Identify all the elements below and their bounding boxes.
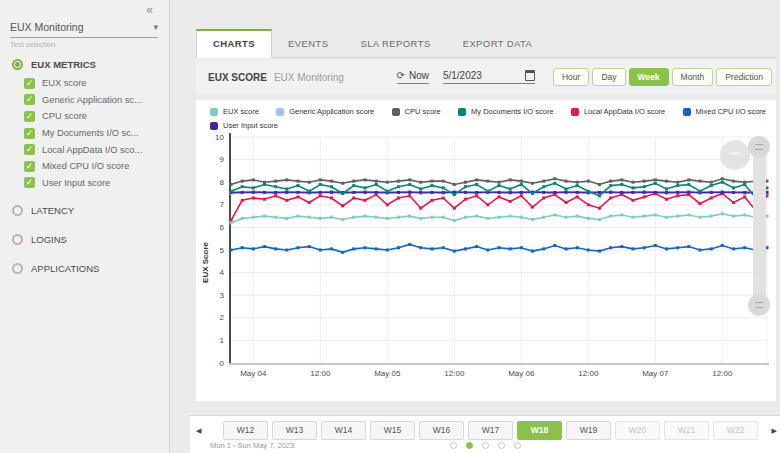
week-button-w19[interactable]: W19 (566, 421, 611, 440)
sidebar-group-logins[interactable]: LOGINS (12, 228, 165, 250)
week-button-w13[interactable]: W13 (272, 421, 317, 440)
sidebar-group-eux-metrics[interactable]: EUX METRICS (12, 56, 165, 72)
metric-item-generic-application-sc[interactable]: ✓Generic Application sc... (24, 92, 165, 109)
range-button-prediction[interactable]: Prediction (716, 68, 772, 86)
metric-item-my-documents-i-o-sc[interactable]: ✓My Documents I/O sc... (24, 125, 165, 142)
y-tick-label: 10 (204, 133, 224, 142)
legend-swatch (392, 108, 400, 116)
metric-item-user-input-score[interactable]: ✓User Input score (24, 175, 165, 192)
checkbox-checked-icon: ✓ (24, 177, 35, 188)
tab-sla-reports[interactable]: SLA REPORTS (344, 31, 446, 57)
range-button-week[interactable]: Week (629, 68, 669, 86)
pagination-dot-5[interactable] (514, 442, 521, 449)
prev-week-page-arrow[interactable]: ◀ (196, 427, 201, 435)
legend-item-eux-score[interactable]: EUX score (210, 107, 259, 116)
chart-header: EUX SCORE EUX Monitoring ⟳ Now 5/1/2023 … (196, 60, 776, 94)
test-selector-dropdown[interactable]: EUX Monitoring ▾ (10, 21, 158, 38)
legend-swatch (210, 108, 218, 116)
date-input[interactable]: 5/1/2023 (443, 70, 535, 84)
y-tick-label: 1 (204, 336, 224, 345)
slider-handle-bottom[interactable] (748, 294, 770, 316)
radio-icon (12, 59, 23, 70)
pagination-dot-4[interactable] (498, 442, 505, 449)
sidebar-collapse-icon[interactable]: « (146, 3, 153, 17)
range-button-day[interactable]: Day (592, 68, 625, 86)
tab-bar: CHARTSEVENTSSLA REPORTSEXPORT DATA (196, 30, 776, 58)
minus-icon: − (730, 144, 740, 163)
metric-list: ✓EUX score✓Generic Application sc...✓CPU… (24, 75, 165, 191)
sidebar-group-label: EUX METRICS (31, 59, 96, 70)
legend-swatch (683, 108, 691, 116)
legend-item-user-input-score[interactable]: User Input score (210, 121, 278, 130)
tab-export-data[interactable]: EXPORT DATA (447, 31, 549, 57)
y-range-slider[interactable] (753, 144, 766, 308)
legend-item-my-documents-i-o-score[interactable]: My Documents I/O score (458, 107, 554, 116)
legend-label: User Input score (223, 121, 278, 130)
metric-item-mixed-cpu-i-o-score[interactable]: ✓Mixed CPU I/O score (24, 158, 165, 175)
week-button-w20: W20 (615, 421, 660, 440)
legend-label: Mixed CPU I/O score (696, 107, 766, 116)
metric-label: Local AppData I/O sco... (42, 145, 142, 155)
checkbox-checked-icon: ✓ (24, 161, 35, 172)
legend-item-cpu-score[interactable]: CPU score (392, 107, 441, 116)
legend-swatch (458, 108, 466, 116)
week-button-w18[interactable]: W18 (517, 421, 562, 440)
week-button-w12[interactable]: W12 (223, 421, 268, 440)
y-tick-label: 9 (204, 155, 224, 164)
legend-swatch (571, 108, 579, 116)
week-button-w17[interactable]: W17 (468, 421, 513, 440)
legend-swatch (210, 122, 218, 130)
zoom-out-button[interactable]: − (720, 140, 750, 170)
pagination-dot-1[interactable] (450, 442, 457, 449)
y-tick-label: 4 (204, 268, 224, 277)
sidebar: « EUX Monitoring ▾ Test selection EUX ME… (0, 0, 170, 453)
legend-label: Local AppData I/O score (584, 107, 665, 116)
tab-events[interactable]: EVENTS (272, 31, 344, 57)
y-tick-label: 7 (204, 200, 224, 209)
y-tick-label: 5 (204, 246, 224, 255)
calendar-icon (525, 70, 535, 81)
legend-item-mixed-cpu-i-o-score[interactable]: Mixed CPU I/O score (683, 107, 766, 116)
x-tick-label: 12:00 (429, 369, 479, 378)
week-button-w16[interactable]: W16 (419, 421, 464, 440)
pagination-dot-2[interactable] (466, 442, 473, 449)
legend-swatch (276, 108, 284, 116)
legend-item-generic-application-score[interactable]: Generic Application score (276, 107, 374, 116)
test-selector-value: EUX Monitoring (10, 21, 84, 33)
x-tick-label: May 07 (630, 369, 680, 378)
refresh-now-button[interactable]: ⟳ Now (397, 70, 429, 84)
week-button-w14[interactable]: W14 (321, 421, 366, 440)
range-button-hour[interactable]: Hour (553, 68, 589, 86)
legend-label: EUX score (223, 107, 259, 116)
y-tick-label: 3 (204, 291, 224, 300)
checkbox-checked-icon: ✓ (24, 78, 35, 89)
metric-label: CPU score (42, 111, 87, 121)
metric-item-cpu-score[interactable]: ✓CPU score (24, 108, 165, 125)
chevron-down-icon: ▾ (153, 22, 158, 32)
legend-item-local-appdata-i-o-score[interactable]: Local AppData I/O score (571, 107, 665, 116)
metric-item-eux-score[interactable]: ✓EUX score (24, 75, 165, 92)
x-tick-label: May 04 (228, 369, 278, 378)
range-button-month[interactable]: Month (672, 68, 714, 86)
chart-legend-row2: User Input score (210, 121, 278, 130)
sidebar-nav: EUX METRICS✓EUX score✓Generic Applicatio… (12, 56, 165, 279)
sidebar-group-label: LOGINS (31, 234, 67, 245)
legend-label: CPU score (405, 107, 441, 116)
metric-label: My Documents I/O sc... (42, 128, 139, 138)
sidebar-group-latency[interactable]: LATENCY (12, 199, 165, 221)
checkbox-checked-icon: ✓ (24, 94, 35, 105)
tab-charts[interactable]: CHARTS (196, 29, 272, 58)
metric-label: Generic Application sc... (42, 95, 142, 105)
metric-item-local-appdata-i-o-sco[interactable]: ✓Local AppData I/O sco... (24, 141, 165, 158)
sidebar-group-applications[interactable]: APPLICATIONS (12, 257, 165, 279)
pagination-dot-3[interactable] (482, 442, 489, 449)
date-value: 5/1/2023 (443, 70, 482, 81)
next-week-page-arrow[interactable]: ▶ (772, 427, 777, 435)
week-button-w15[interactable]: W15 (370, 421, 415, 440)
checkbox-checked-icon: ✓ (24, 128, 35, 139)
slider-handle-top[interactable] (748, 136, 770, 158)
checkbox-checked-icon: ✓ (24, 111, 35, 122)
metric-label: EUX score (42, 78, 86, 88)
eux-score-line-chart[interactable] (229, 132, 769, 368)
week-buttons: W12W13W14W15W16W17W18W19W20W21W22 (223, 421, 758, 440)
